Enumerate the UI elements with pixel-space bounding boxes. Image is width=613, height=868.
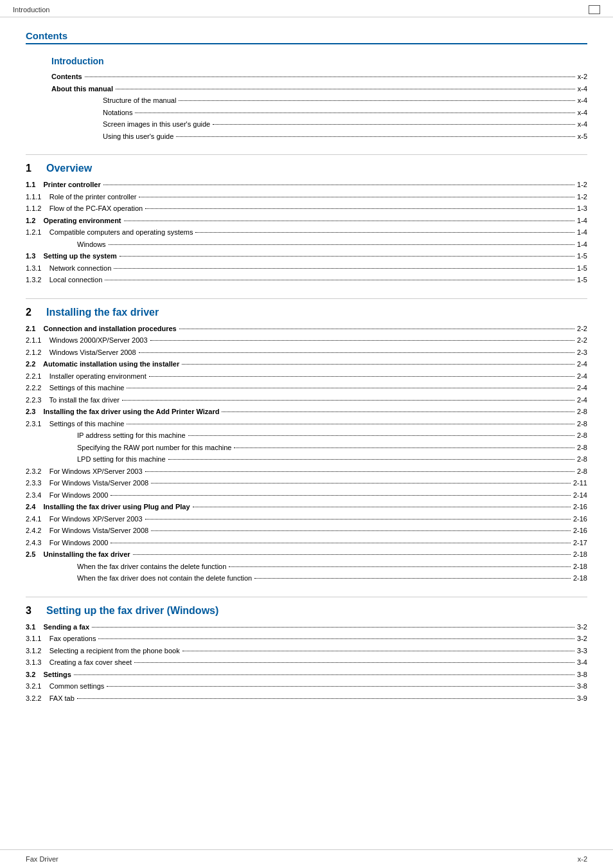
toc-page: 1-4 <box>577 215 587 226</box>
toc-label: 1.1.1 Role of the printer controller <box>26 192 136 203</box>
toc-page: 3-3 <box>577 646 587 656</box>
toc-dots <box>111 543 571 543</box>
toc-page: x-4 <box>578 84 587 95</box>
toc-label: 2.2 Automatic installation using the ins… <box>26 359 179 370</box>
toc-page: 2-14 <box>573 490 587 501</box>
toc-entry: 2.1.1 Windows 2000/XP/Server 20032-2 <box>26 335 587 346</box>
toc-entry: 3.2.1 Common settings3-8 <box>26 681 587 692</box>
toc-entry: Notationsx-4 <box>51 107 587 118</box>
toc-entry: 1.3.1 Network connection1-5 <box>26 263 587 274</box>
toc-label: 2.4.1 For Windows XP/Server 2003 <box>26 514 143 525</box>
toc-dots <box>92 627 574 628</box>
toc-dots <box>179 329 574 329</box>
toc-page: 2-3 <box>577 347 587 358</box>
toc-page: 2-16 <box>573 525 587 536</box>
toc-entry: 3.2.2 FAX tab3-9 <box>26 693 587 704</box>
toc-label: 2.2.1 Installer operating environment <box>26 371 147 382</box>
toc-page: x-4 <box>578 95 587 106</box>
toc-dots <box>179 100 574 101</box>
toc-label: 2.1 Connection and installation procedur… <box>26 323 177 334</box>
chapter-divider <box>26 298 587 299</box>
toc-label: 1.1 Printer controller <box>26 179 101 190</box>
introduction-entries: Contentsx-2About this manualx-4Structure… <box>51 71 587 141</box>
toc-dots <box>195 232 574 233</box>
toc-label: Using this user's guide <box>103 131 173 142</box>
toc-page: 2-16 <box>573 502 587 512</box>
toc-dots <box>149 376 574 377</box>
toc-page: 1-3 <box>577 203 587 214</box>
toc-label: Structure of the manual <box>103 95 176 106</box>
toc-dots <box>193 507 571 507</box>
top-bar: Introduction <box>0 0 613 17</box>
toc-dots <box>134 662 574 663</box>
toc-dots <box>109 244 574 245</box>
toc-dots <box>116 89 575 89</box>
toc-label: Notations <box>103 107 132 118</box>
toc-dots <box>98 638 574 639</box>
toc-label: 2.1.1 Windows 2000/XP/Server 2003 <box>26 335 148 346</box>
toc-label: 2.3.4 For Windows 2000 <box>26 490 108 501</box>
toc-label: IP address setting for this machine <box>77 430 186 441</box>
toc-entry: When the fax driver contains the delete … <box>26 561 587 572</box>
toc-entry: 2.4 Installing the fax driver using Plug… <box>26 502 587 512</box>
toc-dots <box>151 530 571 531</box>
toc-label: Windows <box>77 239 106 250</box>
toc-label: 3.1 Sending a fax <box>26 622 89 633</box>
toc-dots <box>145 208 574 209</box>
chapter-entries: 3.1 Sending a fax3-23.1.1 Fax operations… <box>26 622 587 704</box>
toc-dots <box>127 424 574 424</box>
toc-dots <box>85 77 575 77</box>
toc-dots <box>124 221 575 221</box>
toc-label: 3.2 Settings <box>26 669 71 680</box>
toc-entry: 2.3.3 For Windows Vista/Server 20082-11 <box>26 478 587 489</box>
toc-dots <box>111 495 571 496</box>
toc-dots <box>122 400 574 401</box>
toc-page: x-2 <box>578 71 587 82</box>
toc-entry: Windows1-4 <box>26 239 587 250</box>
toc-dots <box>127 388 574 388</box>
chapter-header: 1Overview <box>26 163 587 174</box>
toc-page: 2-4 <box>577 359 587 370</box>
toc-dots <box>135 113 574 113</box>
toc-entry: 2.1 Connection and installation procedur… <box>26 323 587 334</box>
breadcrumb: Introduction <box>13 6 49 14</box>
toc-page: 2-8 <box>577 466 587 477</box>
introduction-section: Introduction Contentsx-2About this manua… <box>51 56 587 141</box>
toc-page: 3-2 <box>577 633 587 644</box>
toc-entry: 1.3.2 Local connection1-5 <box>26 275 587 285</box>
contents-heading: Contents <box>26 30 587 44</box>
toc-dots <box>254 578 571 579</box>
toc-label: 2.1.2 Windows Vista/Server 2008 <box>26 347 136 358</box>
toc-label: Specifying the RAW port number for this … <box>77 442 231 453</box>
toc-page: 1-2 <box>577 179 587 190</box>
toc-page: 2-8 <box>577 442 587 453</box>
toc-dots <box>150 340 575 341</box>
toc-entry: Using this user's guidex-5 <box>51 131 587 142</box>
toc-page: 2-16 <box>573 514 587 525</box>
chapter-divider <box>26 154 587 155</box>
chapter-header: 2Installing the fax driver <box>26 307 587 318</box>
window-control-box[interactable] <box>589 5 600 14</box>
toc-entry: 1.1 Printer controller1-2 <box>26 179 587 190</box>
toc-entry: 2.5 Uninstalling the fax driver2-18 <box>26 549 587 560</box>
toc-page: 2-4 <box>577 395 587 406</box>
toc-label: 2.3 Installing the fax driver using the … <box>26 406 219 417</box>
toc-entry: When the fax driver does not contain the… <box>26 573 587 584</box>
toc-entry: 2.3.1 Settings of this machine2-8 <box>26 419 587 429</box>
toc-entry: Structure of the manualx-4 <box>51 95 587 106</box>
toc-entry: About this manualx-4 <box>51 84 587 95</box>
toc-page: 3-4 <box>577 657 587 668</box>
chapter-section: 3Setting up the fax driver (Windows)3.1 … <box>26 605 587 704</box>
toc-label: 1.3.1 Network connection <box>26 263 111 274</box>
toc-label: 1.1.2 Flow of the PC-FAX operation <box>26 203 143 214</box>
toc-dots <box>176 136 574 137</box>
toc-page: 2-11 <box>573 478 587 489</box>
toc-dots <box>229 566 571 567</box>
toc-dots <box>133 554 571 555</box>
toc-entry: 2.3 Installing the fax driver using the … <box>26 406 587 417</box>
toc-dots <box>120 256 574 257</box>
toc-page: 2-8 <box>577 454 587 465</box>
toc-label: 3.2.2 FAX tab <box>26 693 75 704</box>
toc-dots <box>213 124 575 125</box>
toc-page: 2-8 <box>577 419 587 429</box>
